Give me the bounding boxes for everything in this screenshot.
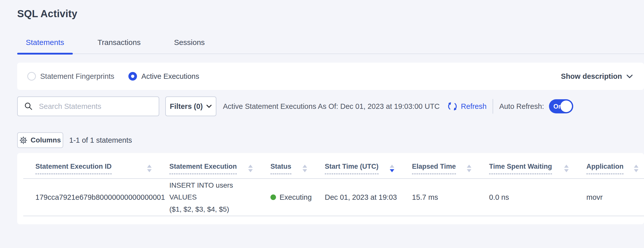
radio-active-executions[interactable]: Active Executions bbox=[128, 72, 199, 81]
sort-icon[interactable] bbox=[303, 165, 307, 172]
vertical-divider bbox=[493, 99, 493, 114]
radio-selected-icon[interactable] bbox=[128, 72, 137, 81]
results-count: 1-1 of 1 statements bbox=[69, 136, 132, 144]
filters-button-label: Filters (0) bbox=[170, 102, 203, 111]
sort-icon[interactable] bbox=[634, 165, 638, 172]
tab-transactions[interactable]: Transactions bbox=[89, 38, 149, 54]
filters-button[interactable]: Filters (0) bbox=[165, 96, 216, 116]
column-header-statement-execution[interactable]: Statement Execution bbox=[157, 163, 258, 178]
table-row[interactable]: 179cca7921e679b80000000000000001 INSERT … bbox=[23, 179, 644, 216]
radio-statement-fingerprints[interactable]: Statement Fingerprints bbox=[27, 72, 114, 81]
tab-statements[interactable]: Statements bbox=[17, 38, 73, 54]
toggle-knob[interactable] bbox=[560, 101, 572, 112]
show-description-toggle[interactable]: Show description bbox=[561, 72, 633, 81]
table-meta-row: Columns 1-1 of 1 statements bbox=[17, 132, 644, 148]
as-of-timestamp-text: Active Statement Executions As Of: Dec 0… bbox=[223, 102, 440, 111]
refresh-button[interactable]: Refresh bbox=[447, 101, 487, 112]
column-header-time-spent-waiting[interactable]: Time Spent Waiting bbox=[477, 163, 574, 178]
cell-time-spent-waiting: 0.0 ns bbox=[477, 193, 574, 202]
sort-icon[interactable] bbox=[467, 165, 471, 172]
cell-elapsed-time: 15.7 ms bbox=[400, 193, 477, 202]
status-label: Executing bbox=[280, 193, 312, 202]
search-box[interactable] bbox=[17, 96, 159, 116]
tab-sessions[interactable]: Sessions bbox=[165, 38, 213, 54]
sort-icon[interactable] bbox=[147, 165, 152, 172]
cell-start-time: Dec 01, 2023 at 19:03 bbox=[313, 193, 400, 202]
refresh-icon bbox=[447, 101, 458, 112]
columns-button[interactable]: Columns bbox=[17, 132, 63, 148]
column-header-elapsed-time[interactable]: Elapsed Time bbox=[400, 163, 477, 178]
cell-status: Executing bbox=[258, 193, 313, 202]
radio-label-active-executions: Active Executions bbox=[141, 72, 199, 81]
controls-row: Filters (0) Active Statement Executions … bbox=[17, 96, 644, 116]
cell-execution-id: 179cca7921e679b80000000000000001 bbox=[23, 193, 157, 202]
sort-icon-active-desc[interactable] bbox=[390, 165, 394, 172]
auto-refresh-label: Auto Refresh: bbox=[499, 102, 544, 111]
sql-activity-page: SQL Activity Statements Transactions Ses… bbox=[0, 8, 644, 224]
table-header-row: Statement Execution ID Statement Executi… bbox=[23, 163, 644, 179]
chevron-down-icon bbox=[206, 105, 212, 108]
statements-table-card: Statement Execution ID Statement Executi… bbox=[17, 153, 644, 224]
column-header-status[interactable]: Status bbox=[258, 163, 313, 178]
status-executing-dot-icon bbox=[270, 194, 276, 200]
auto-refresh-toggle[interactable]: On bbox=[549, 99, 573, 113]
gear-icon bbox=[19, 136, 27, 144]
radio-unselected-icon[interactable] bbox=[27, 72, 36, 81]
view-mode-card: Statement Fingerprints Active Executions… bbox=[17, 63, 644, 90]
tab-bar: Statements Transactions Sessions bbox=[17, 38, 644, 54]
sort-icon[interactable] bbox=[564, 165, 569, 172]
statement-line-1: INSERT INTO users VALUES bbox=[169, 179, 258, 203]
cell-application: movr bbox=[574, 193, 644, 202]
show-description-label: Show description bbox=[561, 72, 622, 81]
column-header-statement-execution-id[interactable]: Statement Execution ID bbox=[23, 163, 157, 178]
statement-line-2: ($1, $2, $3, $4, $5) bbox=[169, 203, 258, 215]
search-icon bbox=[24, 102, 33, 111]
search-input[interactable] bbox=[38, 102, 147, 111]
columns-button-label: Columns bbox=[31, 136, 61, 144]
page-title: SQL Activity bbox=[17, 8, 644, 19]
refresh-label: Refresh bbox=[461, 102, 487, 111]
cell-statement-execution: INSERT INTO users VALUES ($1, $2, $3, $4… bbox=[157, 179, 258, 215]
radio-label-statement-fingerprints: Statement Fingerprints bbox=[40, 72, 114, 81]
column-header-application[interactable]: Application bbox=[574, 163, 644, 178]
column-header-start-time[interactable]: Start Time (UTC) bbox=[313, 163, 400, 178]
sort-icon[interactable] bbox=[248, 165, 253, 172]
chevron-down-icon bbox=[626, 74, 633, 79]
